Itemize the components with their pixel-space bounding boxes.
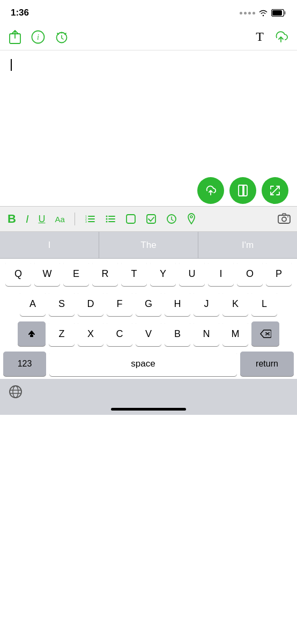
- svg-rect-20: [127, 215, 135, 223]
- fab-book-button[interactable]: [229, 177, 256, 204]
- fab-resize-button[interactable]: [262, 177, 288, 204]
- key-i[interactable]: I: [208, 261, 234, 286]
- svg-rect-2: [272, 10, 282, 16]
- upload-cloud-button[interactable]: [273, 30, 288, 44]
- keyboard-row-1: Q W E R T Y U I O P: [0, 259, 297, 289]
- key-m[interactable]: M: [222, 321, 248, 346]
- svg-point-23: [190, 216, 192, 218]
- globe-button[interactable]: [9, 385, 23, 402]
- italic-button[interactable]: I: [25, 213, 30, 225]
- location-pin-button[interactable]: [185, 213, 197, 225]
- home-indicator: [111, 408, 186, 411]
- svg-point-26: [287, 216, 288, 217]
- key-h[interactable]: H: [165, 291, 190, 316]
- key-b[interactable]: B: [165, 321, 190, 346]
- autocomplete-bar: I The I'm: [0, 232, 297, 259]
- status-bar: 1:36: [0, 0, 297, 24]
- share-button[interactable]: [9, 30, 21, 45]
- checkmark-button[interactable]: [145, 214, 158, 224]
- checkbox-button[interactable]: [124, 214, 137, 224]
- svg-rect-24: [278, 215, 290, 223]
- key-t[interactable]: T: [121, 261, 147, 286]
- key-r[interactable]: R: [92, 261, 118, 286]
- clock-button[interactable]: [165, 214, 178, 224]
- battery-icon: [271, 9, 286, 17]
- svg-text:i: i: [37, 33, 39, 41]
- keyboard-bottom-bar: [0, 379, 297, 406]
- key-l[interactable]: L: [251, 291, 277, 316]
- home-indicator-wrap: [0, 406, 297, 415]
- key-s[interactable]: S: [49, 291, 75, 316]
- key-k[interactable]: K: [222, 291, 248, 316]
- fab-buttons-group: [197, 177, 288, 204]
- info-button[interactable]: i: [31, 30, 45, 44]
- wifi-icon: [258, 9, 268, 17]
- key-v[interactable]: V: [136, 321, 161, 346]
- svg-rect-27: [30, 335, 33, 337]
- toolbar-right: T: [256, 30, 288, 44]
- unordered-list-button[interactable]: [104, 214, 117, 224]
- svg-text:3: 3: [85, 220, 87, 223]
- text-cursor: [11, 59, 12, 71]
- format-toolbar: B I U Aa 1 2 3: [0, 206, 297, 232]
- status-icons: [240, 9, 286, 17]
- key-u[interactable]: U: [179, 261, 205, 286]
- autocomplete-item-im[interactable]: I'm: [198, 232, 297, 258]
- keyboard-row-3: Z X C V B N M: [0, 319, 297, 349]
- key-g[interactable]: G: [136, 291, 161, 316]
- key-q[interactable]: Q: [5, 261, 31, 286]
- space-key[interactable]: space: [49, 352, 237, 376]
- shift-key[interactable]: [18, 321, 46, 346]
- svg-point-25: [282, 217, 286, 221]
- key-x[interactable]: X: [78, 321, 103, 346]
- font-button[interactable]: T: [256, 30, 264, 44]
- underline-button[interactable]: U: [37, 214, 46, 225]
- key-p[interactable]: P: [266, 261, 292, 286]
- camera-button[interactable]: [278, 213, 291, 226]
- key-j[interactable]: J: [194, 291, 219, 316]
- autocomplete-item-the[interactable]: The: [99, 232, 198, 258]
- text-editor-area[interactable]: [0, 50, 297, 169]
- svg-rect-1: [284, 11, 286, 14]
- font-size-button[interactable]: Aa: [54, 215, 65, 224]
- key-z[interactable]: Z: [49, 321, 75, 346]
- delete-key[interactable]: [251, 321, 279, 346]
- signal-dots-icon: [240, 12, 255, 14]
- svg-point-28: [10, 386, 21, 398]
- format-separator-1: [75, 213, 75, 225]
- toolbar-left: i: [9, 30, 256, 45]
- key-c[interactable]: C: [107, 321, 132, 346]
- bold-button[interactable]: B: [6, 212, 17, 226]
- key-n[interactable]: N: [194, 321, 219, 346]
- key-y[interactable]: Y: [150, 261, 176, 286]
- keyboard-row-2: A S D F G H J K L: [0, 289, 297, 319]
- svg-point-19: [106, 221, 107, 223]
- alarm-button[interactable]: [55, 30, 69, 44]
- key-e[interactable]: E: [63, 261, 89, 286]
- key-a[interactable]: A: [20, 291, 46, 316]
- svg-point-18: [106, 218, 107, 220]
- autocomplete-item-i[interactable]: I: [0, 232, 99, 258]
- svg-point-29: [13, 386, 18, 398]
- key-d[interactable]: D: [78, 291, 103, 316]
- key-f[interactable]: F: [107, 291, 132, 316]
- fab-cloud-upload-button[interactable]: [197, 177, 224, 204]
- numbers-key[interactable]: 123: [3, 352, 46, 376]
- ordered-list-button[interactable]: 1 2 3: [84, 214, 96, 224]
- svg-point-17: [106, 216, 107, 217]
- fab-area: [0, 169, 297, 206]
- key-w[interactable]: W: [34, 261, 60, 286]
- keyboard-row-4: 123 space return: [0, 349, 297, 379]
- status-time: 1:36: [11, 8, 29, 18]
- key-o[interactable]: O: [237, 261, 263, 286]
- app-toolbar: i T: [0, 24, 297, 50]
- return-key[interactable]: return: [240, 352, 294, 376]
